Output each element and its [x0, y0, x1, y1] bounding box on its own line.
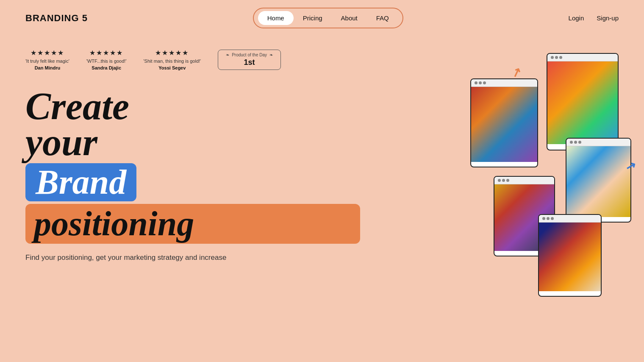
browser-dots-4: [498, 179, 509, 182]
badge-label: Product of the Day: [232, 53, 267, 57]
hero-content: ★★★★★ 'It truly felt like magic' Dan Min…: [25, 45, 373, 263]
review-1-stars: ★★★★★: [31, 49, 64, 57]
browser-dot-8: [574, 141, 577, 144]
review-1: ★★★★★ 'It truly felt like magic' Dan Min…: [25, 49, 69, 70]
browser-dot-4: [475, 81, 477, 84]
browser-dot-11: [502, 179, 505, 182]
nav-pricing[interactable]: Pricing: [294, 11, 332, 25]
browser-content-2: [471, 87, 537, 162]
nav-menu: Home Pricing About FAQ: [253, 8, 403, 28]
review-2-name: Sandra Djajic: [92, 65, 121, 70]
hero-headline-positioning-bg: positioning: [25, 204, 360, 244]
browser-card-5: [538, 214, 602, 297]
hero-section: ★★★★★ 'It truly felt like magic' Dan Min…: [0, 36, 644, 263]
review-3-stars: ★★★★★: [155, 49, 189, 57]
product-badge: ❧ Product of the Day ❧ 1st: [218, 50, 281, 70]
hero-headline-positioning: positioning: [34, 204, 194, 243]
review-3-quote: 'Shit man, this thing is gold!': [144, 58, 201, 64]
browser-dot-2: [555, 56, 558, 59]
review-2-quote: 'WTF...this is good!': [86, 58, 127, 64]
browser-dots-1: [551, 56, 562, 59]
browser-dot-12: [506, 179, 509, 182]
browser-dot-3: [559, 56, 562, 59]
navbar: BRANDING 5 Home Pricing About FAQ Login …: [0, 0, 644, 36]
browser-dot-7: [570, 141, 573, 144]
review-3: ★★★★★ 'Shit man, this thing is gold!' Yo…: [144, 49, 201, 70]
review-3-name: Yossi Segev: [158, 65, 186, 70]
browser-content-3: [566, 146, 630, 217]
hero-subtitle: Find your positioning, get your marketin…: [25, 252, 373, 263]
browser-card-3: [566, 138, 631, 223]
browser-dot-9: [578, 141, 581, 144]
browser-dot-14: [547, 217, 550, 220]
browser-dot-1: [551, 56, 554, 59]
browser-bar-4: [494, 177, 554, 184]
nav-home[interactable]: Home: [258, 11, 294, 25]
browser-dot-6: [483, 81, 486, 84]
browser-dots-5: [542, 217, 554, 220]
laurel-right-icon: ❧: [269, 53, 273, 57]
browser-bar-3: [566, 139, 630, 146]
nav-auth-area: Login Sign-up: [569, 14, 619, 22]
browser-dots-3: [570, 141, 581, 144]
browser-dot-5: [479, 81, 482, 84]
badge-rank: 1st: [244, 58, 255, 67]
hero-headline-brand: Brand: [36, 163, 126, 201]
review-2: ★★★★★ 'WTF...this is good!' Sandra Djaji…: [86, 49, 127, 70]
browser-dot-15: [551, 217, 554, 220]
laurel-left-icon: ❧: [226, 53, 229, 57]
site-logo: BRANDING 5: [25, 13, 88, 24]
browser-dot-10: [498, 179, 501, 182]
nav-about[interactable]: About: [332, 11, 367, 25]
nav-faq[interactable]: FAQ: [367, 11, 398, 25]
browser-bar-2: [471, 79, 537, 87]
login-link[interactable]: Login: [569, 14, 584, 22]
badge-laurels: ❧ Product of the Day ❧: [226, 53, 273, 57]
hero-headline-brand-bg: Brand: [25, 163, 136, 201]
browser-content-1: [547, 61, 618, 144]
review-1-name: Dan Mindru: [35, 65, 61, 70]
review-1-quote: 'It truly felt like magic': [25, 58, 69, 64]
browser-card-1: [547, 53, 619, 150]
hero-visual: ↗ ↗: [432, 53, 644, 329]
social-proof-row: ★★★★★ 'It truly felt like magic' Dan Min…: [25, 49, 373, 70]
signup-link[interactable]: Sign-up: [597, 14, 619, 22]
browser-dot-13: [542, 217, 545, 220]
browser-content-5: [539, 223, 601, 291]
browser-bar-5: [539, 215, 601, 223]
browser-bar-1: [547, 54, 618, 61]
browser-card-2: [470, 78, 538, 167]
browser-dots-2: [475, 81, 486, 84]
hero-headline-create: Create: [25, 87, 373, 125]
review-2-stars: ★★★★★: [89, 49, 123, 57]
hero-headline-your: your: [25, 123, 373, 162]
